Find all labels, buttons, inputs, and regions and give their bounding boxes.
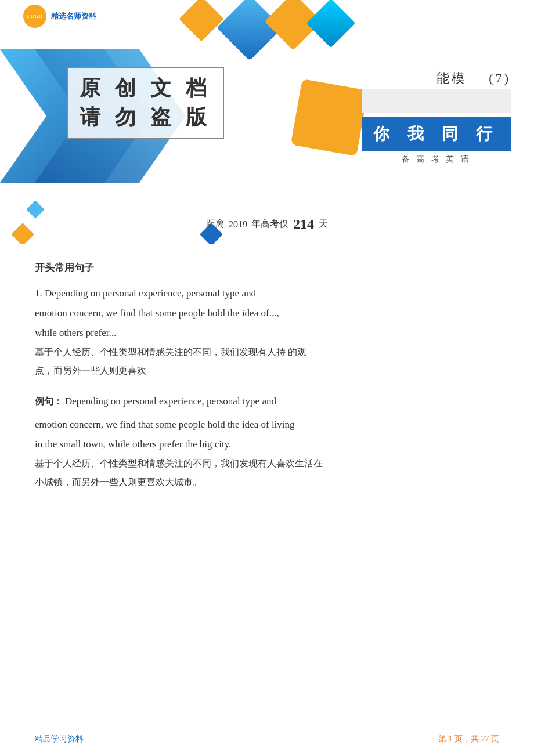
countdown-prefix: 距离 xyxy=(206,218,225,230)
title-area: 能模 (7) 你 我 同 行 备 高 考 英 语 xyxy=(362,70,511,165)
logo-subtext: 精选名师资料 xyxy=(51,11,96,21)
sentence-1-en: 1. Depending on personal experience, per… xyxy=(35,284,499,303)
watermark-box: 原 创 文 档 请 勿 盗 版 xyxy=(67,67,224,139)
footer-left: 精品学习资料 xyxy=(35,734,84,744)
logo-area: LOGO 精选名师资料 xyxy=(23,5,96,28)
example-label: 例句： xyxy=(35,396,63,406)
banner: 你 我 同 行 xyxy=(362,117,511,151)
example-en-1: Depending on personal experience, person… xyxy=(65,396,276,407)
watermark-line2: 请 勿 盗 版 xyxy=(80,103,211,132)
countdown-year: 2019 xyxy=(229,219,247,230)
example-en-3: in the small town, while others prefer t… xyxy=(35,435,499,454)
section-title: 开头常用句子 xyxy=(35,261,499,274)
watermark-line1: 原 创 文 档 xyxy=(80,74,211,103)
countdown-area: 距离 2019 年高考仅 214 天 xyxy=(206,216,328,232)
countdown-days: 214 xyxy=(293,216,314,232)
sentence-1-cn-1: 基于个人经历、个性类型和情感关注的不同，我们发现有人持 的观 xyxy=(35,343,499,361)
banner-text: 你 我 同 行 xyxy=(373,125,499,143)
example-cn-2: 小城镇，而另外一些人则更喜欢大城市。 xyxy=(35,473,499,491)
example-en-2: emotion concern, we find that some peopl… xyxy=(35,415,499,435)
example-block: 例句： Depending on personal experience, pe… xyxy=(35,392,499,491)
main-content: 开头常用句子 1. Depending on personal experien… xyxy=(0,244,534,526)
footer-right: 第 1 页，共 27 页 xyxy=(438,734,499,744)
sentence-1-cn-2: 点，而另外一些人则更喜欢 xyxy=(35,361,499,380)
footer: 精品学习资料 第 1 页，共 27 页 xyxy=(0,734,534,744)
logo-icon: LOGO xyxy=(23,5,46,28)
countdown-middle: 年高考仅 xyxy=(251,218,288,230)
sentence-1-en-3: while others prefer... xyxy=(35,323,499,343)
sentence-1-en-2: emotion concern, we find that some peopl… xyxy=(35,303,499,323)
header: LOGO 精选名师资料 原 创 文 档 请 勿 盗 版 能模 (7) 你 我 同… xyxy=(0,0,534,244)
sentence-1: 1. Depending on personal experience, per… xyxy=(35,284,499,380)
countdown-suffix: 天 xyxy=(319,218,328,230)
example-cn-1: 基于个人经历、个性类型和情感关注的不同，我们发现有人喜欢生活在 xyxy=(35,454,499,473)
title-top: 能模 (7) xyxy=(362,70,511,87)
subtitle: 备 高 考 英 语 xyxy=(362,154,511,165)
